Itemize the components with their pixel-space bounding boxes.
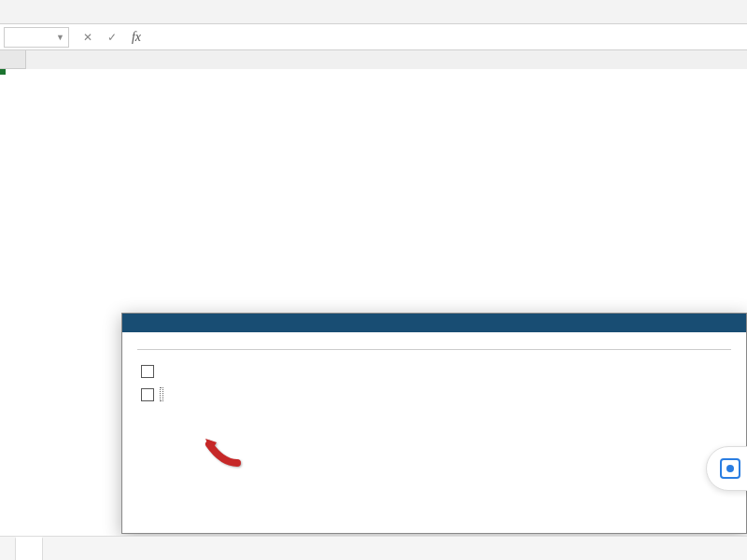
formula-bar-buttons: ✕ ✓ fx	[80, 30, 144, 45]
formula-bar: ▼ ✕ ✓ fx	[0, 24, 747, 50]
sheet-tab-bar	[0, 536, 747, 560]
lock-checkbox[interactable]	[141, 365, 154, 378]
protection-tab-panel	[137, 350, 731, 414]
cancel-formula-icon[interactable]: ✕	[80, 31, 95, 44]
selection-outline	[0, 69, 4, 73]
dialog-title	[122, 314, 746, 332]
hidden-option[interactable]	[141, 387, 727, 401]
chevron-down-icon[interactable]: ▼	[56, 33, 64, 42]
side-panel-button[interactable]	[706, 446, 747, 491]
format-cells-dialog	[121, 313, 747, 534]
device-icon	[720, 458, 740, 479]
select-all-corner[interactable]	[0, 50, 26, 69]
sheet-tab-sheet1[interactable]	[15, 537, 43, 560]
hidden-label	[160, 387, 163, 401]
fx-icon[interactable]: fx	[129, 30, 144, 45]
lock-option[interactable]	[141, 365, 727, 378]
selection-fill-handle[interactable]	[0, 69, 6, 75]
name-box[interactable]: ▼	[4, 27, 69, 48]
hidden-checkbox[interactable]	[141, 388, 154, 401]
ribbon-groups	[0, 0, 747, 24]
accept-formula-icon[interactable]: ✓	[105, 31, 120, 44]
spreadsheet-grid[interactable]	[0, 50, 747, 69]
